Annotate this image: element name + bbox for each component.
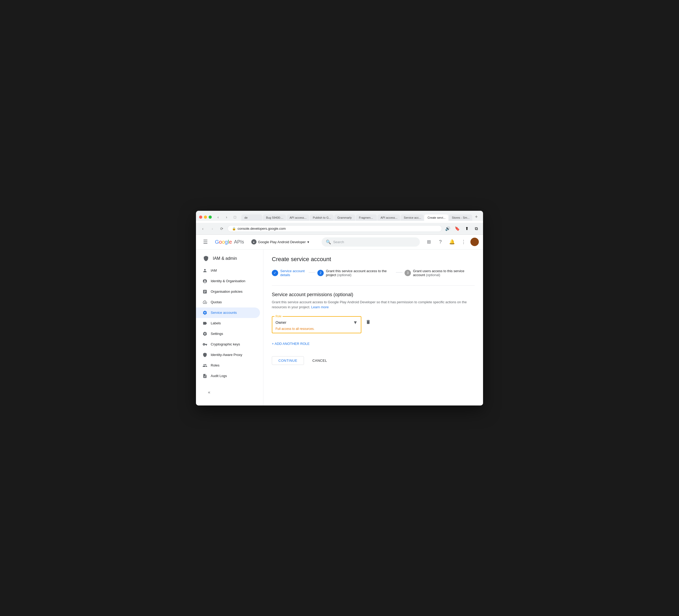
step-1: ✓ Service account details xyxy=(272,269,306,277)
speed-icon xyxy=(202,300,207,305)
sidebar-item-identity-label: Identity & Organisation xyxy=(211,279,246,283)
sidebar-item-labels[interactable]: Labels xyxy=(196,318,260,329)
sidebar-item-iap-label: Identity-Aware Proxy xyxy=(211,353,242,357)
tab-grammarly[interactable]: Grammarly xyxy=(334,214,355,221)
role-label: Role xyxy=(274,315,283,318)
sidebar: IAM & admin IAM Identity & Organisation xyxy=(196,249,263,405)
sidebar-collapse-button[interactable]: « xyxy=(204,388,214,397)
tab-fragment[interactable]: Fragmen... xyxy=(356,214,377,221)
tab-create-label: Create servi... xyxy=(427,216,445,219)
role-field-container: Role Owner ▼ Full access to all resource… xyxy=(272,316,475,333)
sidebar-item-service-accounts-label: Service accounts xyxy=(211,311,237,315)
share-icon[interactable]: ⬆ xyxy=(463,225,471,233)
project-selector[interactable]: ● Google Play Android Developer ▾ xyxy=(248,238,312,246)
apps-icon[interactable]: ⊞ xyxy=(424,237,433,247)
more-icon[interactable]: ⋮ xyxy=(459,237,468,247)
action-buttons: CONTINUE CANCEL xyxy=(272,356,475,365)
user-avatar[interactable] xyxy=(471,238,479,246)
tab-bug-label: Bug 59400:... xyxy=(266,216,283,219)
notifications-icon[interactable]: 🔔 xyxy=(447,237,457,247)
tab-de-label: de xyxy=(245,216,248,219)
roles-icon xyxy=(202,363,207,368)
cancel-button[interactable]: CANCEL xyxy=(306,357,333,365)
app-container: ☰ Google APIs ● Google Play Android Deve… xyxy=(196,235,483,405)
step-2-label: Grant this service account access to the… xyxy=(326,269,393,277)
back-button[interactable]: ‹ xyxy=(215,213,222,221)
tab-create-active[interactable]: Create servi... xyxy=(424,214,448,221)
sidebar-item-labels-label: Labels xyxy=(211,321,221,325)
sidebar-item-crypto-keys[interactable]: Cryptographic keys xyxy=(196,339,260,350)
app-header: ☰ Google APIs ● Google Play Android Deve… xyxy=(196,235,483,249)
tab-service-label: Service acc... xyxy=(404,216,421,219)
nav-buttons: ‹ › □ xyxy=(215,213,238,221)
address-bar[interactable]: 🔒 console.developers.google.com xyxy=(228,225,442,232)
page-title: Create service account xyxy=(272,256,475,263)
continue-button[interactable]: CONTINUE xyxy=(272,356,304,365)
sidebar-item-iam[interactable]: IAM xyxy=(196,265,260,276)
sidebar-item-crypto-keys-label: Cryptographic keys xyxy=(211,342,240,346)
sidebar-item-iam-label: IAM xyxy=(211,269,217,272)
tab-de[interactable]: de xyxy=(241,214,262,221)
sidebar-item-quotas[interactable]: Quotas xyxy=(196,297,260,307)
key-icon xyxy=(202,342,207,347)
step-1-circle: ✓ xyxy=(272,270,278,276)
tab-fragment-label: Fragmen... xyxy=(359,216,373,219)
sidebar-item-settings[interactable]: Settings xyxy=(196,329,260,339)
refresh-button[interactable]: ⟳ xyxy=(218,225,225,233)
tab-stores-label: Stores - Sm... xyxy=(452,216,470,219)
learn-more-link[interactable]: Learn more xyxy=(311,305,329,309)
tab-api2[interactable]: API access... xyxy=(378,214,400,221)
main-layout: IAM & admin IAM Identity & Organisation xyxy=(196,249,483,405)
account-circle-icon xyxy=(202,278,207,284)
tab-publish[interactable]: Publish to G... xyxy=(310,214,334,221)
forward-button[interactable]: › xyxy=(223,213,230,221)
browser-toolbar: ‹ › ⟳ 🔒 console.developers.google.com 🔊 … xyxy=(196,223,483,235)
role-select[interactable]: Owner ▼ xyxy=(276,320,358,326)
tab-publish-label: Publish to G... xyxy=(313,216,331,219)
copy-tab-icon[interactable]: ⧉ xyxy=(473,225,480,233)
step-3-number: 3 xyxy=(407,271,409,275)
delete-role-button[interactable] xyxy=(365,319,371,326)
step-3-label: Grant users access to this service accou… xyxy=(413,269,475,277)
tab-grammarly-label: Grammarly xyxy=(337,216,352,219)
new-tab-button[interactable]: + xyxy=(473,213,480,221)
sidebar-item-service-accounts[interactable]: Service accounts xyxy=(196,307,260,318)
sidebar-item-roles[interactable]: Roles xyxy=(196,360,260,371)
sidebar-item-org-policies[interactable]: Organisation policies xyxy=(196,286,260,297)
toolbar-back-button[interactable]: ‹ xyxy=(199,225,206,233)
tab-api1[interactable]: API access... xyxy=(287,214,309,221)
person-icon xyxy=(202,268,207,273)
help-icon[interactable]: ? xyxy=(435,237,445,247)
sidebar-item-iap[interactable]: Identity-Aware Proxy xyxy=(196,350,260,360)
tab-view-button[interactable]: □ xyxy=(231,213,238,221)
maximize-traffic-light[interactable] xyxy=(208,216,212,219)
global-search[interactable]: 🔍 Search xyxy=(322,237,420,247)
add-another-role-button[interactable]: + ADD ANOTHER ROLE xyxy=(272,340,310,348)
section-title: Service account permissions (optional) xyxy=(272,292,475,298)
settings-icon xyxy=(202,331,207,336)
google-wordmark: Google xyxy=(215,239,232,245)
project-name: Google Play Android Developer xyxy=(258,240,306,244)
google-apis-logo: Google APIs xyxy=(215,239,244,245)
services-icon xyxy=(202,310,207,315)
close-traffic-light[interactable] xyxy=(199,216,202,219)
toolbar-forward-button[interactable]: › xyxy=(208,225,216,233)
address-text: console.developers.google.com xyxy=(237,226,286,230)
shield-icon xyxy=(202,352,207,358)
search-icon: 🔍 xyxy=(326,240,331,245)
step-3-circle: 3 xyxy=(405,270,411,276)
tab-bar: de Bug 59400:... API access... Publish t… xyxy=(241,213,480,221)
role-dropdown-arrow-icon: ▼ xyxy=(353,320,358,326)
sidebar-item-quotas-label: Quotas xyxy=(211,300,222,304)
bookmark-icon[interactable]: 🔖 xyxy=(454,225,461,233)
step-divider xyxy=(272,285,475,286)
minimize-traffic-light[interactable] xyxy=(204,216,207,219)
tab-stores[interactable]: Stores - Sm... xyxy=(449,214,472,221)
sidebar-item-identity[interactable]: Identity & Organisation xyxy=(196,276,260,286)
tab-api2-label: API access... xyxy=(381,216,397,219)
hamburger-menu[interactable]: ☰ xyxy=(200,237,211,247)
tab-service[interactable]: Service acc... xyxy=(400,214,424,221)
sidebar-item-audit-logs[interactable]: Audit Logs xyxy=(196,371,260,381)
volume-icon[interactable]: 🔊 xyxy=(444,225,451,233)
tab-bug[interactable]: Bug 59400:... xyxy=(263,214,286,221)
